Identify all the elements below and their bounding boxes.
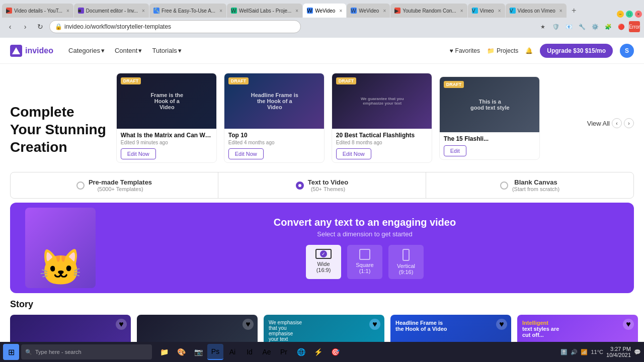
tab-vimeo[interactable]: V Vimeo ×	[468, 4, 505, 18]
edit-now-button[interactable]: Edit Now	[121, 148, 156, 159]
tab-close-icon[interactable]: ×	[142, 8, 145, 14]
tab-close-icon[interactable]: ×	[339, 8, 342, 14]
draft-card: DRAFT This is agood text style The 15 Fl…	[439, 76, 540, 160]
tab-close-icon[interactable]: ×	[559, 8, 562, 14]
radio-premade[interactable]	[76, 182, 85, 190]
nav-right: ♥ Favorites 📁 Projects 🔔 Upgrade $30 $15…	[449, 44, 634, 58]
view-all-row[interactable]: View All ‹ ›	[587, 118, 634, 128]
new-tab-button[interactable]: +	[567, 4, 581, 18]
start-button[interactable]: ⊞	[3, 344, 19, 360]
banner-cat-image: 🐱	[25, 208, 96, 288]
taskbar-icon-2[interactable]: 🔊	[571, 349, 578, 355]
story-card[interactable]: ♥ We emphasisethat youemphasiseyour text	[264, 315, 384, 342]
taskbar-search[interactable]: 🔍 Type here - search	[21, 344, 152, 359]
story-card[interactable]: ♥	[10, 315, 131, 342]
ext-icon-2[interactable]: 📧	[564, 21, 575, 32]
error-badge: Error	[629, 21, 640, 32]
tab-close-icon[interactable]: ×	[66, 8, 69, 14]
upgrade-button[interactable]: Upgrade $30 $15/mo	[540, 44, 613, 58]
story-card[interactable]: ♥	[137, 315, 258, 342]
forward-button[interactable]: ›	[19, 21, 31, 33]
address-bar-row: ‹ › ↻ 🔒 invideo.io/workflow/storyteller-…	[0, 18, 644, 36]
edit-now-button[interactable]: Edit Now	[228, 148, 264, 159]
reload-button[interactable]: ↻	[34, 21, 46, 33]
taskbar-app-extra[interactable]: 🎯	[327, 344, 343, 360]
folder-icon: 📁	[487, 47, 495, 54]
blank-canvas-option[interactable]: Blank Canvas (Start from scratch)	[426, 172, 633, 198]
story-card[interactable]: ♥ Intelligenttext styles arecut off...	[517, 315, 638, 342]
nav-content[interactable]: Content ▾	[115, 47, 142, 54]
edit-now-button[interactable]: Edit Now	[336, 148, 371, 159]
taskbar-app-pr[interactable]: Pr	[276, 344, 292, 360]
tab-close-icon[interactable]: ×	[460, 8, 463, 14]
tab-videos-vimeo[interactable]: V Videos on Vimeo ×	[506, 4, 567, 18]
tab-doc-editor[interactable]: ■ Document editor - Inv... ×	[74, 4, 149, 18]
taskbar-app-photos[interactable]: 📷	[190, 344, 206, 360]
premade-sub: (5000+ Templates)	[89, 186, 152, 192]
banner-subtitle: Select a dimension to get started	[111, 230, 619, 238]
tab-wellsaid[interactable]: W WellSaid Labs - Proje... ×	[227, 4, 302, 18]
square-dimension-option[interactable]: Square (1:1)	[347, 245, 382, 279]
taskbar-icon-1[interactable]: ⬆️	[560, 349, 568, 355]
back-button[interactable]: ‹	[4, 21, 16, 33]
ext-icon-1[interactable]: 🛡️	[550, 21, 561, 32]
tab-wevideo-2[interactable]: W WeVideo ×	[347, 4, 390, 18]
chevron-left-icon[interactable]: ‹	[612, 118, 622, 128]
taskbar-icon-3[interactable]: 📶	[581, 349, 588, 355]
draft-info: The 15 Flashli... Edit	[440, 132, 539, 159]
radio-t2v[interactable]	[296, 182, 304, 190]
tab-close-icon[interactable]: ×	[383, 8, 386, 14]
maximize-button[interactable]: □	[626, 11, 633, 18]
close-button[interactable]: ×	[635, 11, 642, 18]
ext-icon-6[interactable]: 🔴	[616, 21, 627, 32]
ext-icon-4[interactable]: ⚙️	[590, 21, 601, 32]
radio-blank[interactable]	[500, 182, 508, 190]
tab-label: Document editor - Inv...	[86, 8, 138, 14]
favorite-button[interactable]: ♥	[116, 319, 127, 330]
tab-close-icon[interactable]: ×	[295, 8, 298, 14]
taskbar-app-paint[interactable]: 🎨	[173, 344, 189, 360]
favorite-button[interactable]: ♥	[369, 319, 380, 330]
favorite-button[interactable]: ♥	[623, 319, 634, 330]
user-avatar[interactable]: S	[620, 44, 634, 58]
taskbar-app-ae[interactable]: Ae	[259, 344, 275, 360]
logo[interactable]: invideo	[10, 45, 53, 57]
tab-label: Youtube Random Con...	[403, 8, 456, 14]
hero-section: CompleteYour StunningCreation DRAFT Fram…	[0, 64, 644, 168]
wide-dimension-option[interactable]: ✓ Wide (16:9)	[306, 245, 341, 279]
taskbar-app-ai[interactable]: Ai	[224, 344, 240, 360]
tab-free-tools[interactable]: 🔧 Free & Easy-To-Use A... ×	[149, 4, 226, 18]
projects-button[interactable]: 📁 Projects	[487, 47, 518, 54]
chevron-right-icon[interactable]: ›	[624, 118, 634, 128]
tab-close-icon[interactable]: ×	[219, 8, 222, 14]
minimize-button[interactable]: −	[617, 11, 624, 18]
favorite-button[interactable]: ♥	[496, 319, 507, 330]
tab-yt-random[interactable]: ▶ Youtube Random Con... ×	[390, 4, 467, 18]
ext-icon-3[interactable]: 🔧	[577, 21, 588, 32]
favorites-button[interactable]: ♥ Favorites	[449, 47, 479, 54]
taskbar-time-text: 3:27 PM	[606, 346, 631, 352]
tab-wevideo-active[interactable]: W WeVideo ×	[303, 4, 346, 18]
tab-close-icon[interactable]: ×	[498, 8, 501, 14]
notifications-icon[interactable]: 🔔	[525, 47, 533, 54]
taskbar-app-ps[interactable]: Ps	[207, 344, 223, 360]
bookmark-icon[interactable]: ★	[537, 21, 548, 32]
logo-icon	[10, 45, 22, 57]
taskbar-notification-icon[interactable]: 💬	[634, 349, 641, 355]
nav-categories[interactable]: Categories ▾	[68, 47, 105, 54]
vertical-dimension-option[interactable]: Vertical (9:16)	[388, 245, 424, 279]
text-to-video-option[interactable]: Text to Video (50+ Themes)	[218, 172, 426, 198]
premade-templates-option[interactable]: Pre-made Templates (5000+ Templates)	[11, 172, 218, 198]
edit-now-button[interactable]: Edit	[444, 145, 466, 156]
address-bar[interactable]: 🔒 invideo.io/workflow/storyteller-templa…	[49, 20, 301, 33]
taskbar-app-chrome[interactable]: 🌐	[293, 344, 309, 360]
taskbar-app-explorer[interactable]: 📁	[156, 344, 172, 360]
taskbar-app-id[interactable]: Id	[242, 344, 258, 360]
taskbar-app-code[interactable]: ⚡	[310, 344, 326, 360]
story-card[interactable]: ♥ Headline Frame isthe Hook of a Video	[390, 315, 511, 342]
taskbar-clock[interactable]: 3:27 PM 10/4/2021	[606, 346, 631, 358]
tab-video-details[interactable]: ▶ Video details - YouT... ×	[2, 4, 73, 18]
nav-tutorials[interactable]: Tutorials ▾	[152, 47, 181, 54]
ext-icon-5[interactable]: 🧩	[603, 21, 614, 32]
favorite-button[interactable]: ♥	[243, 319, 254, 330]
